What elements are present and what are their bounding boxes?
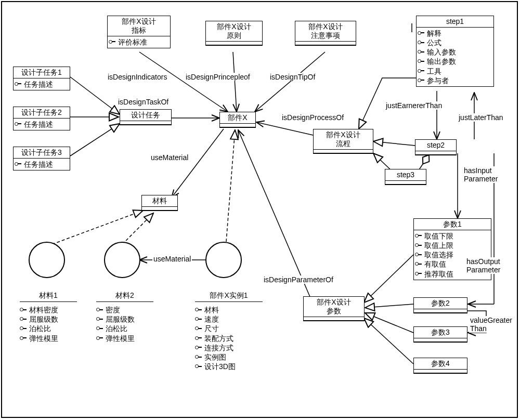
attr-text: 工具 [427,67,441,76]
key-icon [20,325,27,332]
box-param4: 参数4 [413,358,467,374]
instance-circle-componentx-inst [205,242,242,278]
instance-componentx: 部件X实例1 材料 速度 尺寸 装配方式 连接方式 实例图 设计3D图 [195,291,263,371]
box-step3: step3 [385,169,426,185]
attr-row: 材料密度 [20,305,77,314]
attr-text: 设计3D图 [204,362,236,371]
attr-text: 弹性模里 [106,334,135,343]
attr-text: 泊松比 [106,324,127,333]
label-isDesignParameterOf: isDesignParameterOf [263,275,334,284]
instance-material2: 材料2 密度 屈服级数 泊松比 弹性模里 [96,291,153,343]
attr-text: 屈服级数 [106,314,135,324]
attr-text: 装配方式 [204,334,233,343]
key-icon [418,68,425,74]
key-icon [96,316,103,322]
instance-name: 材料2 [96,291,153,302]
key-icon [418,40,425,46]
box-principle: 部件X设计 原则 [205,21,263,46]
box-title: 设计子任务1 [14,67,70,78]
attr-row: 设计3D图 [195,362,263,371]
label-isDesignTipOf: isDesignTipOf [269,73,316,81]
attr-row: 任务描述 [15,120,69,129]
attr-row: 参与者 [418,76,492,85]
label-isDesignPrincepleof: isDesignPrincepleof [185,73,251,81]
key-icon [418,77,425,84]
attr-row: 屈服级数 [96,314,153,324]
attr-text: 密度 [106,305,120,314]
box-title: 设计任务 [120,110,171,121]
key-icon [96,307,103,313]
box-title: 部件X设计 参数 [304,297,364,317]
box-subtask2: 设计子任务2 任务描述 [13,107,70,130]
label-valueGreaterThan: valueGreater Than [469,316,513,333]
label-useMaterial-bottom: useMaterial [152,255,192,263]
box-title: 参数2 [414,298,467,309]
label-justEarnererThan: justEarnererThan [385,101,443,110]
attr-row: 任务描述 [15,160,69,169]
key-icon [195,335,202,342]
label-isDesignTaskOf: isDesignTaskOf [117,98,170,106]
attr-row: 实例图 [195,352,263,362]
attr-text: 公式 [427,38,441,47]
attr-row: 泊松比 [20,324,77,333]
box-param2: 参数2 [413,297,467,313]
instance-circle-material2 [104,242,140,278]
box-indicators: 部件X设计 指标 评价标准 [107,16,171,48]
attr-text: 取值下限 [424,231,453,241]
attr-text: 任务描述 [24,80,53,89]
attr-row: 密度 [96,305,153,314]
box-title: 参数1 [414,219,491,230]
attr-row: 弹性模里 [20,334,77,343]
box-tips: 部件X设计 注意事项 [295,21,356,46]
attr-row: 屈服级数 [20,314,77,324]
key-icon [96,335,103,342]
box-design-task: 设计任务 [120,109,172,125]
attr-row: 材料 [195,305,263,314]
key-icon [415,233,422,239]
attr-row: 取值上限 [415,241,490,250]
box-title: 设计子任务2 [14,107,70,119]
key-icon [195,325,202,332]
box-title: 部件X设计 原则 [206,21,262,42]
attr-text: 实例图 [204,352,226,362]
attr-text: 取值选择 [424,250,453,259]
box-title: 材料 [142,195,177,207]
box-subtask1: 设计子任务1 任务描述 [13,67,70,90]
box-material: 材料 [141,195,178,211]
attr-text: 材料密度 [29,305,58,314]
attr-text: 任务描述 [24,160,53,169]
attr-text: 输入参数 [427,47,456,57]
label-justLaterThan: justLaterThan [458,113,504,122]
attr-text: 取值上限 [424,241,453,250]
key-icon [195,345,202,351]
box-title: 部件X设计 注意事项 [295,21,356,42]
box-step2: step2 [415,139,457,155]
key-icon [96,325,103,332]
key-icon [418,30,425,36]
key-icon [195,307,202,313]
attr-row: 解释 [418,29,492,38]
attr-row: 连接方式 [195,343,263,352]
instance-name: 材料1 [20,291,77,302]
key-icon [195,363,202,370]
attr-row: 装配方式 [195,334,263,343]
key-icon [415,242,422,248]
box-title: step1 [417,16,493,28]
key-icon [195,354,202,360]
instance-name: 部件X实例1 [195,291,263,302]
attr-row: 输出参数 [418,57,492,66]
label-hasInputParameter: hasInput Parameter [463,166,499,183]
key-icon [15,121,22,127]
attr-row: 公式 [418,38,492,47]
key-icon [418,58,425,64]
key-icon [195,316,202,322]
attr-text: 参与者 [427,76,449,85]
instance-circle-material1 [29,242,65,278]
box-title: 部件X设计 流程 [314,129,373,150]
key-icon [415,261,422,267]
key-icon [15,161,22,167]
box-design-param: 部件X设计 参数 [303,296,365,321]
box-step1: step1 解释 公式 输入参数 输出参数 工具 参与者 [416,16,494,87]
instance-material1: 材料1 材料密度 屈服级数 泊松比 弹性模里 [20,291,77,343]
attr-row: 评价标准 [109,37,169,47]
